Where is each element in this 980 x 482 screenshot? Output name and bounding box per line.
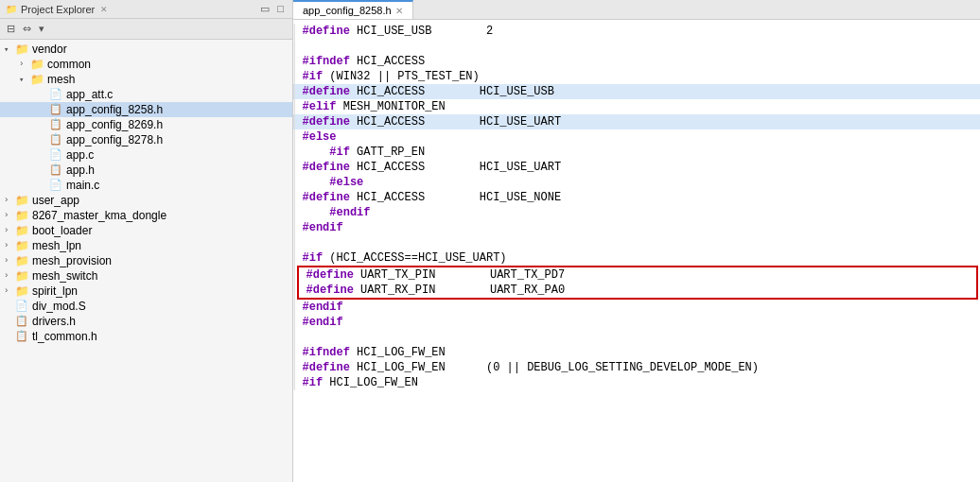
code-line: #define HCI_ACCESS HCI_USE_UART	[295, 160, 981, 175]
table-row: #define HCI_LOG_FW_EN (0 || DEBUG_LOG_SE…	[293, 360, 980, 375]
file-icon-app-h: 📋	[49, 164, 64, 177]
keyword: #else	[303, 129, 337, 145]
tree-arrow-mesh[interactable]: ▾	[19, 75, 30, 85]
file-icon-app-att-c: 📄	[49, 88, 64, 101]
tree-label-div-mod-s: div_mod.S	[32, 300, 86, 313]
code-line: #endif	[295, 205, 981, 220]
tree-item-boot-loader[interactable]: › 📁 boot_loader	[0, 223, 292, 238]
tree-arrow-8267-master[interactable]: ›	[4, 211, 15, 220]
file-icon-app-config-8269-h: 📋	[49, 118, 64, 131]
code-cell: #else	[294, 129, 980, 145]
code-plain: HCI_ACCESS	[350, 54, 425, 69]
tree-item-tl-common-h[interactable]: 📋 tl_common.h	[0, 329, 292, 344]
code-line: #ifndef HCI_ACCESS	[295, 54, 981, 69]
tree-label-app-config-8278-h: app_config_8278.h	[66, 133, 163, 146]
tree-arrow-mesh-switch[interactable]: ›	[4, 271, 15, 281]
keyword: #define	[303, 114, 350, 129]
tree-arrow-boot-loader[interactable]: ›	[4, 226, 15, 235]
tree-label-spirit-lpn: spirit_lpn	[32, 284, 78, 298]
tree-arrow-app-h	[38, 165, 49, 175]
editor-tab-bar: app_config_8258.h ✕	[293, 0, 980, 20]
tree-item-mesh[interactable]: ▾ 📁 mesh	[0, 72, 292, 87]
table-row: #endif	[293, 220, 980, 235]
tree-container: ▾ 📁 vendor › 📁 common ▾ 📁 mesh 📄 app_att…	[0, 40, 292, 482]
folder-icon-spirit-lpn: 📁	[15, 284, 30, 298]
code-plain: HCI_LOG_FW_EN	[323, 375, 418, 390]
code-line: #if GATT_RP_EN	[295, 145, 981, 160]
code-line: #endif	[295, 300, 981, 315]
tree-item-app-att-c[interactable]: 📄 app_att.c	[0, 87, 292, 102]
tree-item-main-c[interactable]: 📄 main.c	[0, 178, 292, 193]
code-plain: MESH_MONITOR_EN	[337, 99, 446, 114]
code-cell: #define HCI_ACCESS HCI_USE_USB	[294, 84, 980, 99]
tree-item-common[interactable]: › 📁 common	[0, 57, 292, 72]
tree-arrow-mesh-lpn[interactable]: ›	[4, 241, 15, 250]
tree-item-mesh-provision[interactable]: › 📁 mesh_provision	[0, 253, 292, 268]
keyword: #define	[303, 190, 350, 205]
table-row: #define HCI_ACCESS HCI_USE_UART	[293, 114, 980, 129]
tree-arrow-vendor[interactable]: ▾	[4, 44, 15, 55]
tree-item-div-mod-s[interactable]: 📄 div_mod.S	[0, 299, 292, 314]
table-row: #define HCI_ACCESS HCI_USE_NONE	[293, 190, 980, 205]
tree-label-tl-common-h: tl_common.h	[32, 330, 97, 343]
code-line	[295, 235, 981, 250]
tree-item-app-config-8269-h[interactable]: 📋 app_config_8269.h	[0, 117, 292, 132]
code-area[interactable]: #define HCI_USE_USB 2 #ifndef HCI_ACCESS	[293, 20, 980, 482]
code-cell: #endif	[294, 300, 980, 315]
panel-header: 📁 Project Explorer ✕ ▭ □	[0, 0, 292, 19]
code-cell: #else	[294, 175, 980, 190]
folder-icon-boot-loader: 📁	[15, 224, 30, 237]
keyword: #define	[303, 84, 350, 99]
keyword: #if	[303, 375, 324, 390]
file-icon-app-config-8278-h: 📋	[49, 133, 64, 146]
view-menu-button[interactable]: ▾	[36, 21, 47, 37]
tree-item-user-app[interactable]: › 📁 user_app	[0, 193, 292, 208]
table-row-uart-tx: #define UART_TX_PIN UART_TX_PD7	[293, 266, 980, 283]
tree-label-common: common	[47, 58, 91, 71]
tree-item-mesh-switch[interactable]: › 📁 mesh_switch	[0, 268, 292, 284]
table-row	[293, 39, 980, 54]
code-cell: #endif	[294, 220, 980, 235]
code-plain: UART_TX_PIN UART_TX_PD7	[354, 267, 565, 283]
tree-arrow-user-app[interactable]: ›	[4, 196, 15, 205]
code-editor-panel: app_config_8258.h ✕ #define HCI_USE_USB …	[293, 0, 980, 482]
keyword: #define	[303, 160, 350, 175]
code-cell: #define HCI_ACCESS HCI_USE_UART	[294, 114, 980, 129]
tree-item-app-h[interactable]: 📋 app.h	[0, 163, 292, 178]
tree-arrow-common[interactable]: ›	[19, 60, 30, 69]
tree-item-mesh-lpn[interactable]: › 📁 mesh_lpn	[0, 238, 292, 253]
code-cell: #endif	[294, 315, 980, 330]
table-row: #if (WIN32 || PTS_TEST_EN)	[293, 69, 980, 84]
code-plain: HCI_ACCESS HCI_USE_NONE	[350, 190, 561, 205]
code-cell: #if HCI_LOG_FW_EN	[294, 375, 980, 390]
tree-item-app-c[interactable]: 📄 app.c	[0, 147, 292, 163]
folder-icon-vendor: 📁	[15, 43, 30, 56]
tab-close-button[interactable]: ✕	[395, 6, 403, 16]
code-line: #define HCI_ACCESS HCI_USE_NONE	[295, 190, 981, 205]
tree-item-app-config-8278-h[interactable]: 📋 app_config_8278.h	[0, 132, 292, 147]
maximize-button[interactable]: □	[274, 3, 287, 15]
panel-toolbar: ⊟ ⇔ ▾	[0, 19, 292, 40]
code-cell: #define HCI_LOG_FW_EN (0 || DEBUG_LOG_SE…	[294, 360, 980, 375]
tree-item-app-config-8258-h[interactable]: 📋 app_config_8258.h	[0, 102, 292, 117]
tree-arrow-app-c	[38, 150, 49, 160]
code-cell: #endif	[294, 205, 980, 220]
code-line: #if (HCI_ACCESS==HCI_USE_UART)	[295, 250, 981, 266]
tree-item-drivers-h[interactable]: 📋 drivers.h	[0, 314, 292, 329]
keyword: #else	[329, 175, 363, 190]
tree-item-vendor[interactable]: ▾ 📁 vendor	[0, 42, 292, 57]
tree-arrow-mesh-provision[interactable]: ›	[4, 256, 15, 266]
code-plain: GATT_RP_EN	[350, 145, 425, 160]
project-explorer-panel: 📁 Project Explorer ✕ ▭ □ ⊟ ⇔ ▾ ▾ 📁 vendo…	[0, 0, 293, 482]
collapse-all-button[interactable]: ⊟	[4, 21, 18, 37]
link-with-editor-button[interactable]: ⇔	[20, 21, 34, 37]
code-line	[295, 330, 981, 345]
file-icon-tl-common-h: 📋	[15, 330, 30, 343]
tab-app-config-8258-h[interactable]: app_config_8258.h ✕	[293, 0, 413, 19]
tree-arrow-spirit-lpn[interactable]: ›	[4, 286, 15, 296]
tree-item-8267-master[interactable]: › 📁 8267_master_kma_dongle	[0, 208, 292, 223]
minimize-button[interactable]: ▭	[257, 3, 272, 15]
tree-arrow-tl-common-h	[4, 332, 15, 341]
tree-arrow-app-att-c	[38, 90, 49, 99]
tree-item-spirit-lpn[interactable]: › 📁 spirit_lpn	[0, 284, 292, 299]
